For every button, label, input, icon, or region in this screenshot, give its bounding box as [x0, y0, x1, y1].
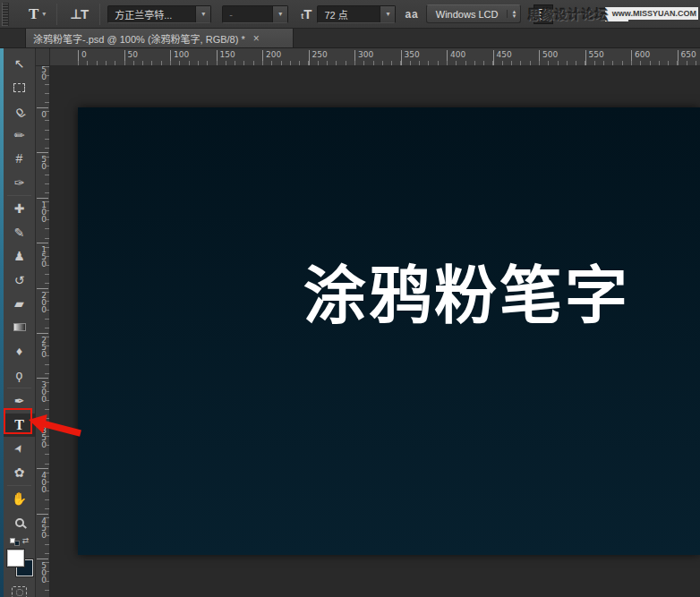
- anti-alias-select[interactable]: Windows LCD ▲▼: [426, 4, 522, 23]
- ruler-left[interactable]: 50050100150200250300350400450500: [36, 66, 50, 597]
- canvas-text-layer[interactable]: 涂鸦粉笔字: [303, 263, 630, 329]
- brush-tool[interactable]: ✎: [4, 221, 35, 245]
- tools-list: ↖ϱ✏#✑✚✎♟↺▰♦ϙ✒T➤✿✋: [4, 52, 35, 534]
- stepper-icon: ▲▼: [507, 10, 516, 18]
- ruler-top[interactable]: 050100150200250300350400450500550600650: [50, 48, 700, 66]
- dodge-tool[interactable]: ϙ: [4, 363, 35, 388]
- document-tab-bar: 涂鸦粉笔字-.psd @ 100% (涂鸦粉笔字, RGB/8) * ×: [0, 29, 700, 48]
- pen-tool[interactable]: ✒: [4, 389, 35, 414]
- ruler-top-label: 400: [447, 50, 465, 65]
- ruler-top-label: 100: [170, 50, 189, 65]
- ruler-left-label: 500: [37, 559, 48, 583]
- color-swatches: [4, 549, 35, 582]
- chevron-down-icon[interactable]: ▾: [380, 6, 395, 22]
- type-tool[interactable]: T: [4, 414, 35, 438]
- ruler-left-label: 100: [37, 198, 48, 222]
- ruler-top-label: 0: [78, 50, 87, 65]
- blur-tool[interactable]: ♦: [4, 339, 35, 363]
- pen-tool-icon: ✒: [14, 394, 25, 408]
- path-selection-tool-icon: ➤: [12, 441, 27, 456]
- rectangular-marquee-tool-icon: [13, 83, 25, 92]
- type-tool-icon: T: [14, 417, 24, 433]
- hand-tool-icon: ✋: [12, 491, 27, 506]
- eraser-tool-icon: ▰: [14, 296, 24, 311]
- ruler-top-label: 650: [678, 50, 696, 65]
- ruler-top-label: 450: [493, 50, 512, 65]
- ruler-left-label: 300: [37, 378, 48, 402]
- quick-selection-tool-icon: ✏: [14, 128, 25, 142]
- ruler-left-label: 400: [37, 468, 48, 492]
- font-size-select[interactable]: 72 点 ▾: [317, 5, 396, 23]
- rectangular-marquee-tool[interactable]: [4, 76, 35, 100]
- anti-alias-value: Windows LCD: [436, 9, 508, 20]
- gradient-tool[interactable]: [4, 316, 35, 340]
- photoshop-window: T ▾ ⊥T 方正兰亭特... ▾ - ▾ tT 72 点 ▾ aa Windo…: [0, 0, 700, 597]
- ruler-top-label: 350: [401, 50, 420, 65]
- ruler-left-label: 150: [37, 243, 48, 267]
- ruler-left-label: 50: [37, 152, 48, 169]
- dodge-tool-icon: ϙ: [16, 368, 23, 382]
- font-size-value: 72 点: [318, 7, 380, 21]
- text-orientation-icon[interactable]: ⊥T: [64, 4, 92, 24]
- ruler-top-label: 150: [217, 50, 235, 65]
- move-tool[interactable]: ↖: [4, 52, 35, 76]
- chevron-down-icon[interactable]: ▾: [272, 6, 287, 22]
- canvas-surface[interactable]: 涂鸦粉笔字: [78, 107, 700, 555]
- default-colors-bg-icon: [14, 541, 20, 546]
- font-family-value: 方正兰亭特...: [108, 7, 195, 21]
- chevron-down-icon: ▾: [42, 10, 46, 18]
- quick-selection-tool[interactable]: ✏: [4, 124, 35, 148]
- ruler-top-label: 500: [539, 50, 558, 65]
- ruler-top-label: 600: [631, 50, 650, 65]
- type-tool-preset-icon: T: [29, 5, 38, 23]
- quick-mask-button[interactable]: [12, 586, 27, 597]
- move-tool-icon: ↖: [14, 56, 25, 71]
- hand-tool[interactable]: ✋: [4, 487, 35, 511]
- lasso-tool[interactable]: ϱ: [4, 99, 35, 124]
- tool-group-separator: [7, 388, 31, 388]
- healing-brush-tool[interactable]: ✚: [4, 197, 35, 221]
- ruler-left-label: 0: [37, 107, 48, 117]
- ruler-top-label: 200: [262, 50, 281, 65]
- path-selection-tool[interactable]: ➤: [4, 437, 35, 461]
- ruler-top-label: 550: [585, 50, 604, 65]
- crop-tool-icon: #: [16, 151, 23, 166]
- tools-panel: ↖ϱ✏#✑✚✎♟↺▰♦ϙ✒T➤✿✋ ⇄: [4, 48, 36, 597]
- document-viewport: 涂鸦粉笔字: [50, 66, 700, 597]
- font-family-select[interactable]: 方正兰亭特... ▾: [107, 5, 211, 23]
- close-icon[interactable]: ×: [253, 34, 260, 43]
- clone-stamp-tool-icon: ♟: [13, 249, 25, 263]
- zoom-tool-icon: [15, 518, 24, 527]
- watermark-url: www.MISSYUAN.COM: [610, 7, 698, 20]
- clone-stamp-tool[interactable]: ♟: [4, 244, 35, 269]
- tool-preset-picker[interactable]: T ▾: [25, 4, 49, 25]
- font-size-icon: tT: [301, 6, 312, 22]
- custom-shape-tool[interactable]: ✿: [4, 461, 35, 485]
- watermark: 思缘设计论坛 www.MISSYUAN.COM: [528, 4, 698, 22]
- ruler-left-label: 250: [37, 333, 48, 357]
- separator: [56, 4, 57, 25]
- ruler-top-label: 300: [354, 50, 373, 65]
- custom-shape-tool-icon: ✿: [14, 465, 25, 480]
- options-bar-gripper[interactable]: [2, 3, 9, 26]
- gradient-tool-icon: [13, 323, 26, 331]
- foreground-color-swatch[interactable]: [7, 550, 24, 567]
- swap-colors-row[interactable]: ⇄: [4, 534, 35, 547]
- eraser-tool[interactable]: ▰: [4, 292, 35, 316]
- document-tab-title: 涂鸦粉笔字-.psd @ 100% (涂鸦粉笔字, RGB/8) *: [33, 31, 245, 46]
- ruler-left-label: 50: [37, 66, 48, 80]
- eyedropper-tool-icon: ✑: [14, 175, 25, 190]
- ruler-corner[interactable]: [36, 48, 50, 66]
- font-style-value: -: [223, 9, 272, 20]
- zoom-tool[interactable]: [4, 511, 35, 535]
- tool-group-separator: [7, 485, 31, 486]
- lasso-tool-icon: ϱ: [12, 104, 26, 119]
- eyedropper-tool[interactable]: ✑: [4, 171, 35, 195]
- crop-tool[interactable]: #: [4, 147, 35, 171]
- chevron-down-icon[interactable]: ▾: [195, 6, 210, 22]
- history-brush-tool[interactable]: ↺: [4, 269, 35, 293]
- swap-colors-icon[interactable]: ⇄: [22, 536, 30, 545]
- font-style-select[interactable]: - ▾: [222, 5, 288, 23]
- watermark-text: 思缘设计论坛: [528, 4, 609, 22]
- document-tab[interactable]: 涂鸦粉笔字-.psd @ 100% (涂鸦粉笔字, RGB/8) * ×: [25, 29, 294, 47]
